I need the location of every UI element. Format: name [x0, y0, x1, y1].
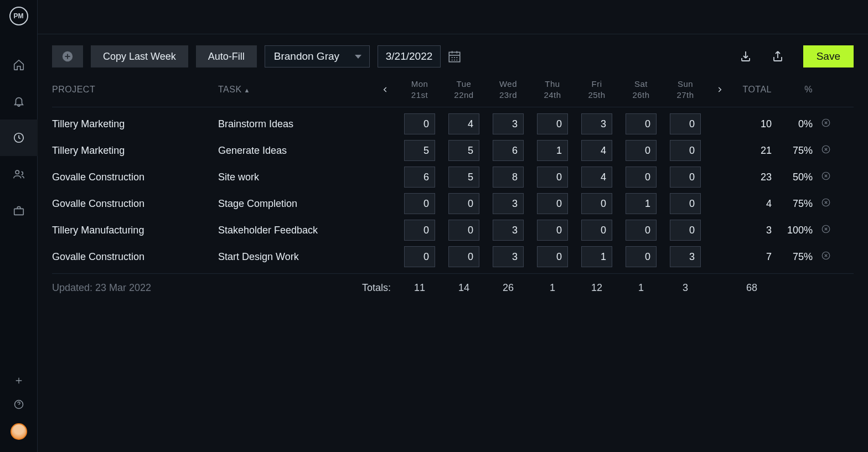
hours-input[interactable]: 3: [493, 220, 524, 241]
hours-input[interactable]: 1: [581, 246, 612, 267]
svg-rect-2: [14, 209, 23, 215]
save-button[interactable]: Save: [803, 45, 854, 67]
hours-input[interactable]: 0: [626, 113, 657, 134]
delete-row-button[interactable]: [820, 197, 831, 208]
user-select[interactable]: Brandon Gray: [265, 45, 370, 67]
header-day-6: Sun27th: [663, 79, 707, 100]
hours-input[interactable]: 0: [404, 220, 435, 241]
calendar-button[interactable]: [446, 48, 463, 65]
hours-input[interactable]: 0: [581, 193, 612, 214]
hours-input[interactable]: 0: [537, 193, 568, 214]
hours-input[interactable]: 0: [626, 140, 657, 161]
nav-help[interactable]: [0, 399, 38, 410]
table-row: Govalle Construction Stage Completion 00…: [52, 190, 854, 217]
hours-input[interactable]: 4: [581, 167, 612, 188]
hours-input[interactable]: 0: [448, 193, 479, 214]
table-row: Tillery Marketing Generate Ideas 5561400…: [52, 137, 854, 164]
delete-row-button[interactable]: [820, 224, 831, 235]
hours-input[interactable]: 0: [404, 193, 435, 214]
delete-row-button[interactable]: [820, 144, 831, 155]
hours-input[interactable]: 0: [626, 167, 657, 188]
header-task[interactable]: TASK▲: [218, 85, 373, 95]
sidebar-bottom: [0, 376, 38, 452]
calendar-icon: [447, 49, 462, 64]
table-row: Govalle Construction Site work 6580400 2…: [52, 164, 854, 190]
hours-input[interactable]: 3: [493, 113, 524, 134]
hours-input[interactable]: 0: [404, 113, 435, 134]
hours-input[interactable]: 3: [581, 113, 612, 134]
row-total: 4: [732, 198, 776, 210]
download-button[interactable]: [738, 49, 753, 64]
hours-input[interactable]: 3: [493, 193, 524, 214]
user-avatar[interactable]: [11, 423, 27, 440]
close-circle-icon: [821, 144, 831, 154]
chevron-left-icon: [381, 86, 389, 93]
project-cell: Tillery Marketing: [52, 145, 218, 157]
date-input[interactable]: 3/21/2022: [378, 45, 441, 67]
hours-input[interactable]: 0: [670, 167, 701, 188]
hours-input[interactable]: 8: [493, 167, 524, 188]
hours-input[interactable]: 3: [493, 246, 524, 267]
hours-input[interactable]: 0: [448, 246, 479, 267]
totals-row: Updated: 23 Mar 2022 Totals: 11 14 26 1 …: [52, 273, 854, 302]
task-cell: Site work: [218, 172, 373, 183]
close-circle-icon: [821, 251, 831, 261]
row-percent: 75%: [776, 145, 815, 157]
nav-add[interactable]: [0, 376, 38, 386]
hours-input[interactable]: 6: [493, 140, 524, 161]
prev-week-button[interactable]: [373, 86, 397, 93]
plus-circle-icon: [61, 50, 74, 63]
nav-portfolio[interactable]: [0, 193, 38, 229]
header-total: TOTAL: [732, 85, 776, 95]
grand-total: 68: [732, 282, 776, 294]
delete-row-button[interactable]: [820, 170, 831, 181]
close-circle-icon: [821, 224, 831, 234]
hours-input[interactable]: 1: [626, 193, 657, 214]
hours-input[interactable]: 0: [537, 167, 568, 188]
hours-input[interactable]: 0: [404, 246, 435, 267]
nav-timesheet[interactable]: [0, 120, 38, 156]
auto-fill-button[interactable]: Auto-Fill: [196, 45, 257, 67]
hours-input[interactable]: 5: [404, 140, 435, 161]
hours-input[interactable]: 0: [626, 246, 657, 267]
hours-input[interactable]: 0: [581, 220, 612, 241]
hours-input[interactable]: 0: [626, 220, 657, 241]
hours-input[interactable]: 3: [670, 246, 701, 267]
hours-input[interactable]: 5: [448, 140, 479, 161]
hours-input[interactable]: 0: [670, 220, 701, 241]
hours-input[interactable]: 6: [404, 167, 435, 188]
toolbar: Copy Last Week Auto-Fill Brandon Gray 3/…: [38, 34, 868, 67]
hours-input[interactable]: 5: [448, 167, 479, 188]
delete-row-button[interactable]: [820, 250, 831, 261]
row-total: 7: [732, 251, 776, 263]
hours-input[interactable]: 0: [670, 140, 701, 161]
table-header: PROJECT TASK▲ Mon21st Tue22nd Wed23rd Th…: [52, 79, 854, 107]
hours-input[interactable]: 4: [581, 140, 612, 161]
updated-text: Updated: 23 Mar 2022: [52, 282, 151, 294]
hours-input[interactable]: 0: [537, 246, 568, 267]
chevron-right-icon: [716, 86, 724, 93]
hours-input[interactable]: 0: [537, 113, 568, 134]
row-percent: 100%: [776, 225, 815, 236]
hours-input[interactable]: 1: [537, 140, 568, 161]
nav-home[interactable]: [0, 46, 38, 83]
copy-last-week-button[interactable]: Copy Last Week: [91, 45, 188, 67]
hours-input[interactable]: 0: [448, 220, 479, 241]
header-project[interactable]: PROJECT: [52, 85, 218, 95]
nav-team[interactable]: [0, 156, 38, 193]
briefcase-icon: [13, 205, 25, 217]
clock-icon: [13, 132, 25, 144]
nav-notifications[interactable]: [0, 83, 38, 120]
add-row-button[interactable]: [52, 45, 83, 67]
project-cell: Govalle Construction: [52, 198, 218, 210]
hours-input[interactable]: 0: [670, 113, 701, 134]
delete-row-button[interactable]: [820, 117, 831, 128]
hours-input[interactable]: 4: [448, 113, 479, 134]
project-cell: Govalle Construction: [52, 172, 218, 183]
next-week-button[interactable]: [707, 86, 732, 93]
share-button[interactable]: [770, 49, 786, 64]
hours-input[interactable]: 0: [537, 220, 568, 241]
header-percent: %: [776, 85, 815, 95]
hours-input[interactable]: 0: [670, 193, 701, 214]
task-cell: Brainstorm Ideas: [218, 118, 373, 130]
